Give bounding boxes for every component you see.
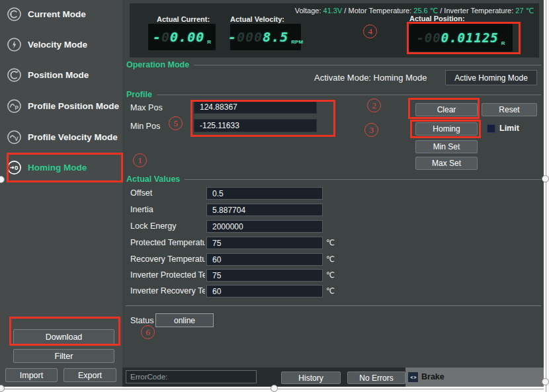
lcd-ghost-digits: -00: [416, 30, 441, 45]
offset-input[interactable]: [206, 187, 323, 200]
operation-mode-section-header: Operation Mode: [126, 59, 541, 69]
activate-mode-label: Activate Mode: Homing Mode: [314, 73, 427, 83]
error-code-input[interactable]: [126, 370, 257, 383]
section-divider: [194, 65, 541, 65]
reset-button[interactable]: Reset: [482, 103, 537, 116]
clear-button[interactable]: Clear: [415, 103, 478, 116]
inverter-temp-value: 27 ℃: [515, 7, 534, 15]
inertia-input[interactable]: [206, 204, 323, 216]
resize-handle-bottom[interactable]: [271, 385, 278, 392]
homing-mode-icon: 0: [7, 160, 22, 175]
lcd-unit: R: [501, 40, 505, 46]
main-panel: Voltage: 41.3V / Motor Temperature: 25.6…: [122, 0, 544, 387]
offset-label: Offset: [130, 188, 205, 198]
voltage-label: Voltage:: [295, 7, 323, 15]
status-label: Status: [130, 316, 153, 325]
actual-position-label: Actual Position:: [409, 15, 465, 22]
svg-text:V: V: [15, 136, 19, 141]
lcd-ghost-digits: 0: [161, 29, 170, 45]
motor-control-window: Current Mode Velocity Mode Position Mode…: [0, 0, 549, 392]
lcd-sign: -: [228, 29, 237, 45]
actual-value-row: Offset: [122, 187, 544, 200]
recovery-temperature-input[interactable]: [206, 253, 323, 266]
telemetry-panel: Voltage: 41.3V / Motor Temperature: 25.6…: [130, 3, 539, 58]
inverter-recovery-temp-label: Inverter Recovery Temp: [130, 286, 205, 295]
sidebar-item-label: Profile Velocity Mode: [28, 132, 118, 142]
actual-value-row: Lock Energy: [122, 220, 544, 233]
min-pos-input[interactable]: [194, 119, 317, 132]
max-set-button[interactable]: Max Set: [415, 157, 478, 170]
resize-handle-right-lower[interactable]: [542, 378, 549, 385]
actual-velocity-label: Actual Velocity:: [230, 15, 284, 23]
svg-text:P: P: [15, 104, 19, 110]
voltage-value: 41.3V: [323, 7, 343, 15]
lcd-value: 0.00: [170, 29, 204, 45]
actual-current-label: Actual Current:: [157, 15, 210, 23]
actual-value-row: Inverter Protected Temp ℃: [122, 269, 544, 282]
sidebar-item-profile-position-mode[interactable]: P Profile Position Mode: [7, 97, 120, 115]
homing-button[interactable]: Homing: [415, 122, 478, 136]
recovery-temperature-label: Recovery Temperature: [130, 255, 205, 264]
history-button[interactable]: History: [281, 372, 341, 384]
active-homing-mode-button[interactable]: Active Homing Mode: [445, 70, 537, 85]
status-online-button[interactable]: online: [155, 313, 214, 327]
inertia-label: Inertia: [130, 205, 205, 214]
actual-velocity-display: - 000 8.5 RPM: [230, 24, 301, 50]
inverter-protected-temp-label: Inverter Protected Temp: [130, 270, 205, 280]
download-button[interactable]: Download: [13, 329, 114, 344]
import-button[interactable]: Import: [5, 368, 58, 382]
lcd-unit: RPM: [291, 39, 303, 45]
operation-mode-title: Operation Mode: [126, 60, 189, 69]
celsius-unit-label: ℃: [326, 286, 335, 295]
min-pos-label: Min Pos: [130, 122, 160, 131]
actual-values-section-header: Actual Values: [126, 174, 541, 184]
actual-position-display: -00 0.01125 R: [409, 24, 513, 52]
profile-position-mode-icon: P: [7, 98, 22, 114]
selection-frame-right: [544, 0, 549, 392]
sidebar-item-velocity-mode[interactable]: Velocity Mode: [7, 35, 120, 54]
brake-visibility-toggle[interactable]: [408, 372, 418, 382]
sidebar-item-label: Profile Position Mode: [28, 101, 119, 111]
actual-current-display: - 0 0.00 R: [148, 24, 216, 50]
actual-value-row: Recovery Temperature ℃: [122, 253, 544, 266]
resize-handle-right[interactable]: [542, 175, 549, 182]
celsius-unit-label: ℃: [326, 255, 335, 264]
min-set-button[interactable]: Min Set: [415, 140, 478, 153]
sidebar-item-label: Velocity Mode: [28, 40, 87, 50]
profile-title: Profile: [126, 90, 152, 99]
frame-line: [546, 0, 546, 392]
actual-value-row: Inverter Recovery Temp ℃: [122, 285, 544, 298]
lcd-unit: R: [207, 39, 211, 45]
actual-value-row: Protected Temperature ℃: [122, 237, 544, 250]
section-divider: [185, 179, 541, 180]
status-divider: [126, 305, 541, 306]
sidebar-item-label: Homing Mode: [28, 163, 87, 173]
lcd-sign: -: [153, 29, 161, 45]
lcd-value: 0.01125: [441, 30, 499, 45]
filter-button[interactable]: Filter: [13, 349, 114, 363]
inverter-recovery-temp-input[interactable]: [206, 285, 323, 297]
max-pos-input[interactable]: [194, 100, 317, 114]
brake-label: Brake: [421, 372, 444, 381]
eye-icon: [409, 373, 417, 381]
sidebar-item-position-mode[interactable]: Position Mode: [7, 65, 120, 84]
sidebar-item-profile-velocity-mode[interactable]: V Profile Velocity Mode: [7, 128, 120, 146]
no-errors-button[interactable]: No Errors: [347, 372, 405, 384]
sidebar-item-current-mode[interactable]: Current Mode: [7, 5, 120, 23]
profile-section-header: Profile: [126, 89, 541, 99]
section-divider: [157, 95, 541, 95]
motor-temp-label: / Motor Temperature:: [342, 7, 413, 15]
lock-energy-label: Lock Energy: [130, 221, 205, 231]
celsius-unit-label: ℃: [326, 270, 335, 280]
limit-checkbox[interactable]: [487, 124, 495, 133]
inverter-temp-label: / Inverter Temperature:: [438, 7, 515, 15]
lcd-value: 8.5: [263, 29, 288, 45]
lock-energy-input[interactable]: [206, 220, 323, 233]
profile-velocity-mode-icon: V: [7, 130, 22, 145]
inverter-protected-temp-input[interactable]: [206, 269, 323, 282]
export-button[interactable]: Export: [63, 368, 116, 382]
protected-temperature-input[interactable]: [206, 237, 323, 249]
sidebar: Current Mode Velocity Mode Position Mode…: [0, 0, 122, 387]
actual-value-row: Inertia: [122, 204, 544, 217]
sidebar-item-homing-mode[interactable]: 0 Homing Mode: [7, 158, 120, 176]
